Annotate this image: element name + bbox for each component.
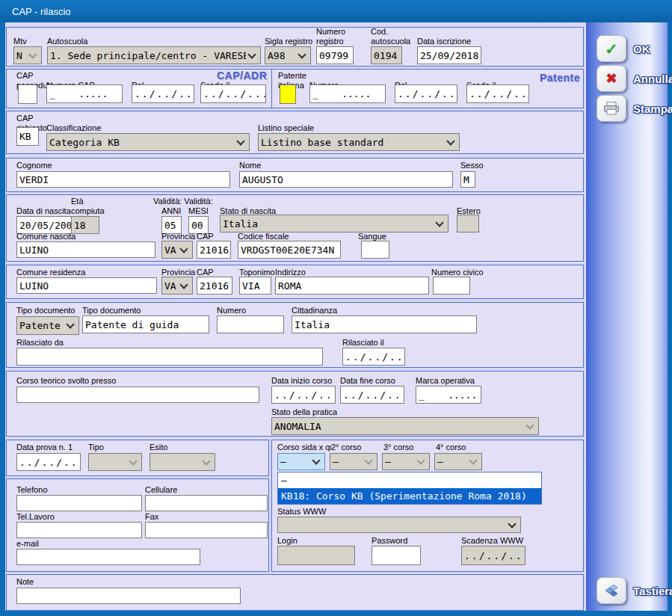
provincia-residenza-select[interactable]: VA: [161, 277, 193, 295]
codice-fiscale-field[interactable]: VRDGST00E20E734N: [238, 241, 341, 259]
note-label: Note: [16, 577, 34, 586]
chevron-down-icon: [179, 280, 188, 289]
tipo-documento-select[interactable]: Patente: [16, 316, 79, 335]
dropdown-item-empty[interactable]: –: [278, 472, 541, 488]
chevron-down-icon: [525, 421, 534, 429]
chevron-down-icon: [312, 456, 320, 464]
cellulare-label: Cellulare: [145, 485, 177, 494]
cap-adr-section-title: CAP/ADR: [217, 70, 267, 81]
mtv-label: Mtv: [13, 37, 27, 46]
scadenza-www-field: ../../....: [461, 546, 525, 565]
toponimo-label: Toponimo: [239, 268, 275, 277]
patente-scade-field[interactable]: ../../....: [466, 84, 529, 103]
eta-label: Età: [71, 197, 84, 206]
data-iscrizione-label: Data iscrizione: [417, 37, 471, 46]
cap-nascita-field[interactable]: 21016: [197, 241, 231, 259]
classificazione-select[interactable]: Categoria KB: [46, 133, 250, 151]
comune-nascita-field[interactable]: LUINO: [16, 241, 155, 258]
stato-nascita-select[interactable]: Italia: [220, 215, 448, 232]
data-inizio-corso-field[interactable]: ../../....: [271, 386, 336, 404]
patente-del-field[interactable]: ../../....: [395, 84, 457, 103]
corso-presso-field[interactable]: [16, 386, 259, 403]
dropdown-item-kb18[interactable]: KB18: Corso KB (Sperimentazione Roma 201…: [278, 488, 541, 504]
patente-numero-field[interactable]: _ .....: [309, 84, 386, 103]
toponimo-field[interactable]: VIA: [239, 277, 271, 295]
rilasciato-il-field[interactable]: ../../....: [342, 348, 405, 366]
chevron-down-icon: [416, 456, 425, 464]
prova-tipo-label: Tipo: [88, 443, 104, 452]
corso3-select: –: [382, 453, 430, 470]
data-prova-field[interactable]: ../../....: [16, 453, 81, 471]
data-nascita-label: Data di nascita: [16, 206, 71, 215]
cap-nascita-label: CAP: [197, 232, 214, 241]
cap-richiesto-field[interactable]: KB: [16, 127, 39, 146]
cognome-label: Cognome: [16, 161, 52, 170]
sesso-field[interactable]: M: [460, 171, 475, 188]
numero-civico-label: Numero civico: [431, 268, 484, 277]
prova-esito-select: [149, 453, 215, 471]
cittadinanza-label: Cittadinanza: [292, 306, 337, 315]
tastiera-button[interactable]: Tastiera: [597, 577, 672, 604]
note-field[interactable]: [16, 588, 241, 604]
stato-pratica-select: ANOMALIA: [271, 417, 539, 435]
nome-label: Nome: [239, 161, 261, 170]
login-label: Login: [277, 536, 298, 545]
mesi-label: MESI: [188, 206, 209, 215]
fax-field[interactable]: [145, 522, 268, 538]
mtv-select[interactable]: N: [13, 46, 42, 64]
patente-italiana-flag[interactable]: [280, 84, 296, 104]
tipo-documento-field[interactable]: Patente di guida: [82, 315, 209, 333]
chevron-down-icon: [435, 218, 443, 227]
chevron-down-icon: [28, 50, 37, 58]
telefono-label: Telefono: [16, 485, 48, 494]
indirizzo-label: Indirizzo: [275, 268, 306, 277]
tel-lavoro-label: Tel.Lavoro: [16, 512, 55, 521]
chevron-down-icon: [129, 457, 137, 465]
documento-numero-label: Numero: [217, 306, 246, 315]
cittadinanza-field[interactable]: Italia: [292, 315, 477, 333]
autoscuola-select[interactable]: 1. Sede principale/centro - VARESE: [47, 46, 261, 64]
cap-residenza-field[interactable]: 21016: [197, 277, 232, 295]
email-field[interactable]: [16, 549, 200, 565]
password-field[interactable]: [372, 546, 421, 565]
data-fine-corso-field[interactable]: ../../....: [340, 386, 404, 404]
title-bar: CAP - rilascio: [0, 0, 672, 22]
provincia-nascita-select[interactable]: VA: [161, 241, 193, 259]
corso-sida-select[interactable]: –: [277, 453, 325, 470]
cognome-field[interactable]: VERDI: [16, 171, 230, 188]
numero-registro-field[interactable]: 09799: [316, 46, 354, 64]
nome-field[interactable]: AUGUSTO: [239, 171, 453, 188]
password-label: Password: [372, 536, 407, 545]
email-label: e-mail: [16, 539, 39, 548]
comune-residenza-field[interactable]: LUINO: [16, 277, 157, 294]
status-www-label: Status WWW: [277, 507, 326, 516]
patente-section-title: Patente: [540, 72, 580, 84]
rilasciato-da-field[interactable]: [16, 348, 323, 366]
numero-cap-field[interactable]: _ .....: [46, 84, 123, 103]
cap-scade-field[interactable]: ../../....: [200, 84, 266, 103]
numero-civico-field[interactable]: [433, 277, 470, 295]
corso-presso-label: Corso teorico svolto presso: [16, 376, 116, 385]
cellulare-field[interactable]: [145, 495, 268, 511]
sigla-registro-select[interactable]: A98: [265, 46, 311, 64]
patente-italiana-label: Patente: [278, 71, 306, 80]
cap-del-field[interactable]: ../../....: [132, 84, 194, 103]
documento-numero-field[interactable]: [217, 315, 284, 333]
indirizzo-field[interactable]: ROMA: [275, 277, 429, 295]
marca-operativa-label: Marca operativa: [416, 376, 475, 385]
cap-posseduto-field[interactable]: [18, 84, 37, 104]
numero-registro-label: Numero: [316, 27, 345, 36]
cap-posseduto-label: CAP: [16, 71, 34, 80]
ok-button[interactable]: ✓ OK: [597, 35, 650, 62]
comune-nascita-label: Comune nascita: [16, 232, 76, 241]
stampa-button[interactable]: Stampa: [597, 95, 672, 122]
annulla-button[interactable]: ✖ Annulla: [597, 65, 672, 92]
tel-lavoro-field[interactable]: [16, 522, 142, 538]
sangue-field[interactable]: [361, 241, 389, 259]
tipo-documento-label: Tipo documento: [82, 306, 141, 315]
data-iscrizione-field[interactable]: 25/09/2018: [417, 46, 481, 64]
listino-speciale-select[interactable]: Listino base standard: [258, 133, 460, 151]
telefono-field[interactable]: [16, 495, 142, 511]
marca-operativa-field[interactable]: _ .....: [416, 386, 481, 404]
status-www-select[interactable]: [277, 517, 521, 533]
